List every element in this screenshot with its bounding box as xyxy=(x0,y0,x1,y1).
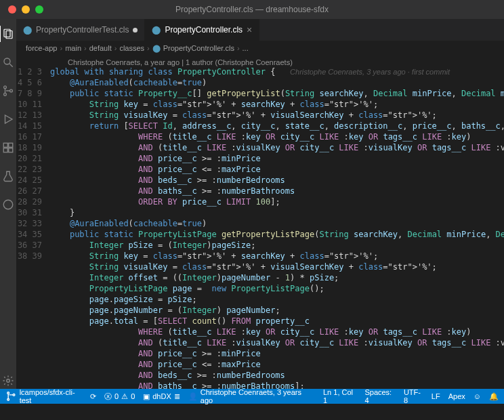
status-bar: lcampos/sfdx-cli-test ⟳ ⓧ0 ⚠0 ▣dhDX ≣ 👤C… xyxy=(0,389,504,404)
svg-point-12 xyxy=(3,200,13,209)
close-tab-icon[interactable]: × xyxy=(247,24,252,35)
git-branch-status[interactable]: lcampos/sfdx-cli-test xyxy=(5,388,82,404)
svg-point-6 xyxy=(10,89,13,92)
debug-icon[interactable] xyxy=(0,111,16,127)
extensions-icon[interactable] xyxy=(0,140,16,156)
window-title: PropertyController.cls — dreamhouse-sfdx xyxy=(0,5,504,14)
svg-rect-11 xyxy=(9,148,13,152)
svg-point-4 xyxy=(4,86,7,89)
svg-marker-7 xyxy=(5,115,13,123)
sync-status[interactable]: ⟳ xyxy=(90,392,96,401)
code-editor[interactable]: 1 2 3 4 5 6 7 8 9 10 11 12 13 14 15 16 1… xyxy=(16,56,504,389)
modified-indicator-icon xyxy=(133,28,138,33)
salesforce-icon[interactable] xyxy=(0,196,16,213)
blame-status[interactable]: 👤Christophe Coenraets, 3 years ago xyxy=(188,388,307,404)
cursor-position-status[interactable]: Ln 1, Col 1 xyxy=(323,388,356,404)
problems-status[interactable]: ⓧ0 ⚠0 xyxy=(104,392,135,402)
breadcrumb[interactable]: force-app› main› default› classes› ⬤ Pro… xyxy=(16,41,504,56)
svg-point-15 xyxy=(7,398,9,400)
source-control-icon[interactable] xyxy=(0,83,16,99)
feedback-icon[interactable]: ☺ xyxy=(474,392,481,400)
language-status[interactable]: Apex xyxy=(448,392,465,400)
indentation-status[interactable]: Spaces: 4 xyxy=(364,388,395,404)
test-icon[interactable] xyxy=(0,168,16,184)
search-icon[interactable] xyxy=(0,54,16,70)
svg-rect-8 xyxy=(3,143,7,147)
svg-point-5 xyxy=(4,93,7,96)
editor-tabs: ⬤ PropertyControllerTest.cls ⬤ PropertyC… xyxy=(16,19,504,41)
org-status[interactable]: ▣dhDX ≣ xyxy=(143,392,180,401)
svg-point-2 xyxy=(4,58,10,64)
explorer-icon[interactable] xyxy=(0,26,16,42)
tab-label: PropertyController.cls xyxy=(165,25,243,35)
svg-point-14 xyxy=(7,392,9,394)
activity-bar xyxy=(0,19,16,389)
tab-label: PropertyControllerTest.cls xyxy=(36,25,129,35)
tab-property-controller[interactable]: ⬤ PropertyController.cls × xyxy=(145,19,259,41)
code-content[interactable]: Christophe Coenraets, a year ago | 1 aut… xyxy=(50,56,504,389)
notifications-icon[interactable]: 🔔 xyxy=(489,392,499,401)
tab-property-controller-test[interactable]: ⬤ PropertyControllerTest.cls xyxy=(16,19,145,41)
eol-status[interactable]: LF xyxy=(432,392,440,400)
svg-line-3 xyxy=(9,64,13,67)
titlebar: PropertyController.cls — dreamhouse-sfdx xyxy=(0,0,504,19)
encoding-status[interactable]: UTF-8 xyxy=(404,388,423,404)
settings-gear-icon[interactable] xyxy=(0,373,16,389)
svg-rect-10 xyxy=(3,148,7,152)
svg-point-13 xyxy=(7,379,10,383)
svg-rect-9 xyxy=(9,143,13,147)
svg-point-16 xyxy=(13,394,15,396)
line-numbers: 1 2 3 4 5 6 7 8 9 10 11 12 13 14 15 16 1… xyxy=(16,56,50,389)
